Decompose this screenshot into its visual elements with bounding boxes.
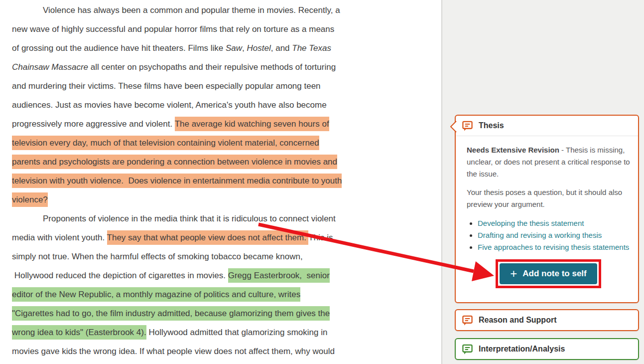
essay-italic-text: Hostel (247, 43, 271, 53)
highlight-green[interactable]: "Cigarettes had to go, the film industry… (12, 306, 330, 321)
highlight-orange[interactable]: television with youth violence. Does vio… (12, 174, 342, 188)
essay-text: of grossing out the audience have hit th… (12, 43, 226, 53)
thesis-card-body: Needs Extensive Revision - Thesis is mis… (456, 136, 638, 288)
essay-line: simply not true. When the harmful effect… (12, 247, 435, 266)
essay-line: television with youth violence. Does vio… (12, 172, 435, 190)
list-item: Five approaches to revising thesis state… (478, 241, 630, 253)
feedback-card-interpretation-analysis[interactable]: Interpretation/Analysis (455, 338, 639, 360)
highlight-orange[interactable]: They say that what people view does not … (107, 230, 309, 245)
list-item: Developing the thesis statement (478, 217, 630, 229)
thesis-rating: Needs Extensive Revision - Thesis is mis… (467, 144, 630, 180)
essay-line: audiences. Just as movies have become vi… (12, 96, 435, 115)
essay-text: Proponents of violence in the media thin… (43, 214, 336, 223)
comment-icon (462, 315, 473, 326)
essay-text: Violence has always been a common and po… (43, 5, 340, 15)
essay-line: parents and psychologists are pondering … (12, 153, 435, 172)
essay-line: television every day, much of that telev… (12, 134, 435, 153)
add-note-label: Add note to self (522, 269, 586, 279)
thesis-resource-links: Developing the thesis statement Drafting… (467, 217, 630, 253)
essay-text: This is (308, 233, 333, 242)
essay-italic-text: Chainsaw Massacre (12, 62, 88, 72)
essay-line: media with violent youth. They say that … (12, 228, 435, 247)
essay-text: movies gave kids the wrong idea. If what… (12, 347, 335, 356)
highlight-green[interactable]: Gregg Easterbrook, senior (228, 268, 330, 283)
essay-text: Hollywood admitted that glamorizing smok… (146, 328, 328, 337)
essay-text: simply not true. When the harmful effect… (12, 252, 303, 261)
thesis-advice: Your thesis poses a question, but it sho… (467, 186, 630, 210)
essay-line: Proponents of violence in the media thin… (12, 209, 435, 228)
essay-italic-text: Saw (226, 43, 242, 53)
essay-text: audiences. Just as movies have become vi… (12, 100, 327, 110)
essay-text: , and (271, 43, 292, 53)
feedback-panel: Thesis Needs Extensive Revision - Thesis… (442, 0, 644, 364)
essay-document: Violence has always been a common and po… (12, 1, 435, 361)
feedback-card-thesis: Thesis Needs Extensive Revision - Thesis… (455, 115, 639, 303)
add-note-area: + Add note to self (467, 259, 630, 288)
essay-text: , (242, 43, 247, 53)
essay-line: Violence has always been a common and po… (12, 1, 435, 20)
highlight-green[interactable]: editor of the New Republic, a monthly ma… (12, 287, 300, 302)
thesis-rating-label: Needs Extensive Revision (467, 146, 559, 154)
plus-icon: + (510, 268, 517, 280)
essay-line: Chainsaw Massacre all center on psychopa… (12, 58, 435, 77)
card-pointer-notch (449, 120, 457, 133)
comment-icon (462, 344, 473, 355)
essay-text: new wave of highly successful and popula… (12, 24, 334, 34)
essay-text: and murdering their victims. These films… (12, 81, 321, 91)
essay-text: Hollywood reduced the depiction of cigar… (12, 271, 228, 280)
highlight-orange[interactable]: violence? (12, 192, 48, 207)
essay-text: media with violent youth. (12, 233, 107, 242)
highlight-green[interactable]: wrong idea to kids" (Easterbrook 4). (12, 325, 146, 340)
essay-line: and murdering their victims. These films… (12, 77, 435, 96)
essay-line: Hollywood reduced the depiction of cigar… (12, 266, 435, 285)
thesis-card-header[interactable]: Thesis (456, 116, 638, 136)
link-drafting-revising[interactable]: Drafting and revising a working thesis (478, 231, 602, 239)
highlight-orange[interactable]: parents and psychologists are pondering … (12, 155, 337, 169)
link-developing-thesis[interactable]: Developing the thesis statement (478, 219, 584, 227)
essay-line: new wave of highly successful and popula… (12, 20, 435, 39)
essay-text: progressively more aggressive and violen… (12, 119, 175, 129)
highlight-orange[interactable]: television every day, much of that telev… (12, 136, 319, 150)
feedback-card-reason-and-support[interactable]: Reason and Support (455, 309, 639, 331)
essay-line: wrong idea to kids" (Easterbrook 4). Hol… (12, 323, 435, 342)
interpretation-card-title: Interpretation/Analysis (479, 345, 565, 354)
essay-text: all center on psychopaths and their repu… (88, 62, 336, 72)
essay-line: of grossing out the audience have hit th… (12, 39, 435, 58)
essay-italic-text: The Texas (292, 43, 331, 53)
add-note-button[interactable]: + Add note to self (500, 263, 597, 284)
essay-line: "Cigarettes had to go, the film industry… (12, 304, 435, 323)
essay-line: movies gave kids the wrong idea. If what… (12, 342, 435, 361)
annotation-highlight-box: + Add note to self (496, 259, 601, 288)
comment-icon (462, 120, 473, 132)
highlight-orange[interactable]: The average kid watching seven hours of (175, 117, 329, 131)
essay-line: violence? (12, 190, 435, 209)
essay-line: editor of the New Republic, a monthly ma… (12, 285, 435, 304)
reason-card-title: Reason and Support (479, 316, 556, 325)
thesis-card-title: Thesis (479, 121, 504, 130)
link-five-approaches[interactable]: Five approaches to revising thesis state… (478, 243, 629, 251)
essay-line: progressively more aggressive and violen… (12, 115, 435, 134)
list-item: Drafting and revising a working thesis (478, 229, 630, 241)
